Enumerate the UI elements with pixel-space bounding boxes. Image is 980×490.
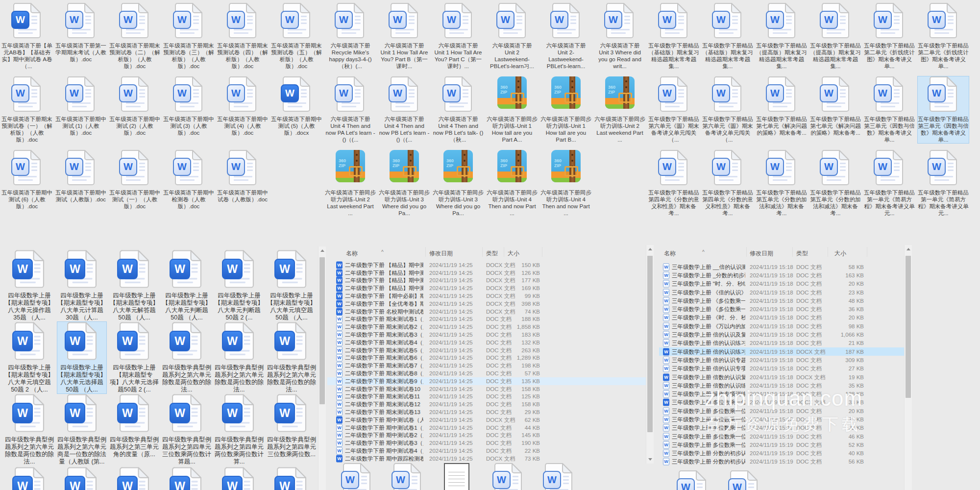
file-icon-cell-partial[interactable]: W	[545, 463, 572, 490]
scroll-up-icon[interactable]	[320, 249, 324, 252]
file-icon-cell[interactable]: W五年级数学下册精品 第五单元《分数的加法和减法》期末备考...	[810, 150, 861, 217]
file-icon-cell-partial[interactable]: W	[162, 467, 211, 490]
file-icon-cell[interactable]: W五年级英语下册期末预测试卷（五）（解析版）（人教版）.doc	[271, 3, 322, 70]
file-icon-cell[interactable]: W五年级英语下册期中测试 (4)（人教版）.doc	[217, 76, 268, 136]
file-icon-cell-partial[interactable]: W	[393, 463, 421, 490]
file-row[interactable]: W三年级数学上册 倍的认识专题练习：...2024/11/19 15:18DOC…	[659, 356, 904, 364]
file-icon-cell[interactable]: W四年级数学典型例题系列之第六单元除数是两位数的除法...	[162, 322, 211, 393]
file-row[interactable]: W二年级数学下册 期末测试卷12（人教版...2024/11/19 14:25D…	[327, 400, 646, 408]
column-header-2[interactable]: 类型	[796, 249, 808, 258]
column-header-0[interactable]: 名称	[346, 249, 358, 258]
column-header-1[interactable]: 修改日期	[429, 249, 453, 258]
column-divider[interactable]	[828, 247, 828, 257]
file-icon-cell[interactable]: W六年级英语下册 Unit 2 Lastweekend-PBLet's-lear…	[487, 3, 538, 70]
file-icon-cell-partial[interactable]: W	[5, 467, 54, 490]
file-icon-cell[interactable]: W六年级英语下册 Unit 4 Then and now PB Let's ta…	[433, 76, 484, 143]
file-icon-cell[interactable]: W五年级英语下册期中测试 (1)（人教版）.doc	[55, 76, 106, 136]
file-row[interactable]: W二年级数学下册 期中测试卷（人教版）....2024/11/19 14:25D…	[327, 416, 646, 424]
file-icon-cell[interactable]: W四年级数学典型例题系列之第四单元三位数乘两位数...	[267, 394, 316, 458]
file-row[interactable]: W二年级数学下册 期末测试卷3（人教版...2024/11/19 14:25DO…	[327, 331, 646, 339]
file-icon-cell[interactable]: W六年级英语下册 Unit 2-Lastweekend-PBLet's-lear…	[540, 3, 591, 70]
file-icon-cell[interactable]: W六年级英语下册 Unit 1 How Tall Are You? Part B…	[379, 3, 430, 70]
file-row[interactable]: W二年级数学下册 期中测试卷2（人教版...2024/11/19 14:25DO…	[327, 432, 646, 440]
file-icon-cell[interactable]: W四年级数学典型例题系列之第六单元除数是两位数的除法...	[5, 394, 54, 466]
file-icon-cell-partial[interactable]: W	[679, 470, 706, 490]
file-icon-cell[interactable]: W四年级数学上册【期末题型专项】八大单元填空题50题 2 （人...	[5, 322, 54, 393]
file-row[interactable]: W三年级数学上册 《多位数乘一位数》 ...2024/11/19 15:18DO…	[659, 305, 904, 313]
file-icon-cell[interactable]: W五年级数学下册精品 第七单元《解决问题的策略》期末备考...	[810, 76, 861, 136]
column-divider[interactable]	[542, 247, 542, 257]
file-row[interactable]: W三年级数学上册 《倍的认识》练习题...2024/11/19 15:18DOC…	[659, 288, 904, 296]
file-icon-cell[interactable]: W五年级英语下册期中测试 (2)（人教版）.doc	[109, 76, 160, 136]
column-header-2[interactable]: 类型	[486, 249, 498, 258]
file-row[interactable]: W二年级数学下册 期末测试卷9（人教版...2024/11/19 14:25DO…	[327, 377, 646, 385]
file-icon-cell[interactable]: W四年级数学上册【期末题型专项】八大单元操作题35题 （人...	[5, 250, 54, 321]
file-row[interactable]: W三年级数学上册 __倍的认识测试卷（...2024/11/19 15:18DO…	[659, 263, 904, 271]
file-row[interactable]: W三年级数学上册 《多位数乘一位数》 ...2024/11/19 15:18DO…	[659, 296, 904, 305]
file-row[interactable]: W二年级数学下册 【精品】期中测试卷（...2024/11/19 14:25DO…	[327, 284, 646, 292]
file-row[interactable]: W三年级数学上册 分数的初步认识（...2024/11/19 15:19DOC …	[659, 458, 904, 466]
left-grid-scrollbar[interactable]	[318, 246, 326, 490]
scroll-up-icon[interactable]	[906, 248, 910, 250]
scrollbar-thumb[interactable]	[647, 256, 653, 432]
column-divider[interactable]	[746, 247, 747, 257]
file-row[interactable]: W二年级数学下册 【精品】期中测试卷（...2024/11/19 14:25DO…	[327, 277, 646, 285]
file-row[interactable]: W二年级数学下册 【精品】期中测试卷（...2024/11/19 14:25DO…	[327, 269, 646, 277]
file-row[interactable]: W二年级数学下册 期中测试卷1（人教版...2024/11/19 14:25DO…	[327, 424, 646, 432]
file-icon-cell[interactable]: W五年级英语下册期中试卷（人教版）.doc	[217, 150, 268, 203]
file-icon-cell[interactable]: W四年级数学典型例题系列之第三单元角的度量（原...	[110, 394, 159, 458]
column-divider[interactable]	[504, 247, 504, 257]
file-icon-cell[interactable]: W五年级英语下册期末预测试卷（一）（解析版）（人教版）.doc	[1, 76, 52, 143]
file-row[interactable]: W二年级数学下册 【期中必刷】期中满分...2024/11/19 14:25DO…	[327, 292, 646, 300]
file-icon-cell[interactable]: W五年级数学下册精品 第三单元《因数与倍数》期末备考讲义单...	[918, 76, 969, 143]
scrollbar-thumb[interactable]	[319, 257, 325, 404]
file-icon-cell[interactable]: 360ZIP六年级英语下册同步听力训练-Unit 1 How tall are …	[540, 76, 591, 143]
file-icon-cell-partial[interactable]: W	[57, 467, 106, 490]
column-header-3[interactable]: 大小	[508, 249, 519, 258]
file-icon-cell[interactable]: W六年级英语下册 Unit 1 How Tall Are You? Part C…	[433, 3, 484, 70]
file-icon-cell[interactable]: W五年级数学下册精品 （基础版）期末复习精选题期末常考题集...	[702, 3, 753, 70]
file-icon-cell[interactable]: W四年级数学上册【期末题型专项】八大单元判断题50题 （人...	[162, 250, 211, 321]
file-icon-cell[interactable]: W五年级数学下册精品 第七单元《解决问题的策略》期末备考...	[756, 76, 807, 136]
file-icon-cell[interactable]: W五年级数学下册精品 第二单元《折线统计图》期末备考讲义单...	[864, 3, 915, 70]
file-icon-cell[interactable]: W六年级英语下册 Recycle Mike's happy days3-4-()…	[325, 3, 376, 70]
column-header-3[interactable]: 大小	[834, 249, 846, 258]
file-icon-cell[interactable]: W五年级英语下册第一学期期末考试（人教版）.doc	[55, 3, 106, 63]
column-divider[interactable]	[792, 247, 793, 257]
file-icon-cell[interactable]: W四年级数学上册【期末题型专项】八大单元解答题50题 （人...	[110, 250, 159, 321]
file-icon-cell[interactable]: W五年级英语下册期末预测试卷（二）（解析版）（人教版）.doc	[109, 3, 160, 70]
file-row[interactable]: W三年级数学上册 倍的认识及复习练习...2024/11/19 15:18DOC…	[659, 330, 904, 339]
file-row[interactable]: W二年级数学下册 期末测试卷2（人教版...2024/11/19 14:25DO…	[327, 323, 646, 331]
file-row[interactable]: W二年级数学下册 名校期中测试卷（人教...2024/11/19 14:25DO…	[327, 308, 646, 316]
file-icon-cell-partial[interactable]: W	[267, 467, 316, 490]
file-icon-cell[interactable]: W六年级英语下册 Unit 3 Where did you go Read an…	[594, 3, 645, 70]
file-row[interactable]: W二年级数学下册 期末测试卷4（人教版...2024/11/19 14:25DO…	[327, 339, 646, 346]
file-row[interactable]: W三年级数学上册 _分数的初步认识练习...2024/11/19 15:18DO…	[659, 271, 904, 279]
file-row[interactable]: W三年级数学上册 倍数的认识复习题（...2024/11/19 15:18DOC…	[659, 373, 904, 381]
file-icon-cell-partial[interactable]	[444, 463, 469, 490]
file-icon-cell[interactable]: W五年级数学下册精品 （基础版）期末复习精选题期末常考题集...	[648, 3, 699, 70]
file-icon-cell[interactable]: 360ZIP六年级英语下册同步听力训练-Unit 1 How tall are …	[487, 76, 538, 143]
file-row[interactable]: W二年级数学下册 期中测试卷3（人教版...2024/11/19 14:25DO…	[327, 439, 646, 447]
file-row[interactable]: W二年级数学下册 期末测试卷13（人教版...2024/11/19 14:25D…	[327, 408, 646, 416]
file-icon-cell[interactable]: W五年级数学下册精品 （提高版）期末复习精选题期末常考题集...	[756, 3, 807, 70]
file-icon-cell[interactable]: W五年级英语下册期末预测试卷（三）（解析版）（人教版）.doc	[163, 3, 214, 70]
file-icon-cell[interactable]: W五年级数学下册精品 第四单元《分数的意义和性质》期末备考...	[702, 150, 753, 217]
file-row[interactable]: W三年级数学上册 倍的认识练习题（人...2024/11/19 15:18DOC…	[659, 339, 904, 347]
file-icon-cell[interactable]: W四年级数学典型例题系列之第六单元商是一位数的除法 量（人教版 (第...	[57, 394, 106, 466]
file-icon-cell[interactable]: W五年级英语下册期末预测试卷（四）（解析版）（人教版）.doc	[217, 3, 268, 70]
file-icon-cell[interactable]: W五年级数学下册精品 第六单元《圆》期末备考讲义单元闯关（...	[648, 76, 699, 143]
file-icon-cell[interactable]: W五年级英语下册【单元AB卷】【基础夯实】期中测试卷 A卷（...	[1, 3, 52, 70]
scroll-up-icon[interactable]	[648, 248, 652, 250]
file-icon-cell[interactable]: 360ZIP六年级英语下册同步听力训练-Unit 4 Then and now …	[487, 150, 538, 217]
file-icon-cell[interactable]: W五年级英语下册期中测试（人教版）.doc	[55, 150, 106, 203]
file-icon-cell[interactable]: 360ZIP六年级英语下册同步听力训练-Unit 3 Where did you…	[379, 150, 430, 217]
file-row[interactable]: W三年级数学上册 多位数乘一位数练习...2024/11/19 15:19DOC…	[659, 441, 904, 449]
file-icon-cell[interactable]: W四年级数学上册【期末题型专项】八大单元判断题50题 2 (...	[215, 250, 264, 321]
file-icon-cell[interactable]: 360ZIP六年级英语下册同步听力训练-Unit 3 Where did you…	[433, 150, 484, 217]
file-icon-cell-partial[interactable]: W	[343, 463, 370, 490]
file-icon-cell[interactable]: W五年级英语下册期中测试 (3)（人教版）.doc	[163, 76, 214, 136]
file-icon-cell[interactable]: W六年级英语下册 Unit 4 Then and now PB Let's le…	[379, 76, 430, 143]
middle-list-scrollbar[interactable]	[646, 245, 654, 464]
file-row[interactable]: W二年级数学下册 期末测试卷1（人教版...2024/11/19 14:25DO…	[327, 316, 646, 323]
